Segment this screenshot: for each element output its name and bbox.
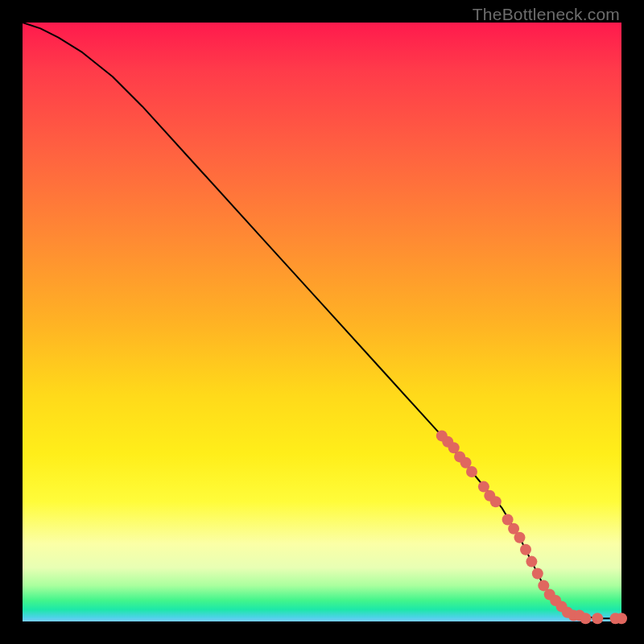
marker-dot <box>466 466 477 477</box>
watermark-text: TheBottleneck.com <box>473 5 620 24</box>
marker-dot <box>592 613 603 624</box>
marker-dot <box>616 613 627 624</box>
chart-svg <box>23 23 621 621</box>
highlight-markers <box>436 430 627 624</box>
chart-frame: TheBottleneck.com <box>0 0 644 644</box>
marker-dot <box>514 532 526 543</box>
plot-area <box>23 23 621 621</box>
marker-dot <box>532 568 543 580</box>
marker-dot <box>526 556 537 568</box>
marker-dot <box>520 544 531 555</box>
marker-dot <box>580 613 591 624</box>
marker-dot <box>490 496 502 507</box>
series-curve <box>23 23 621 618</box>
